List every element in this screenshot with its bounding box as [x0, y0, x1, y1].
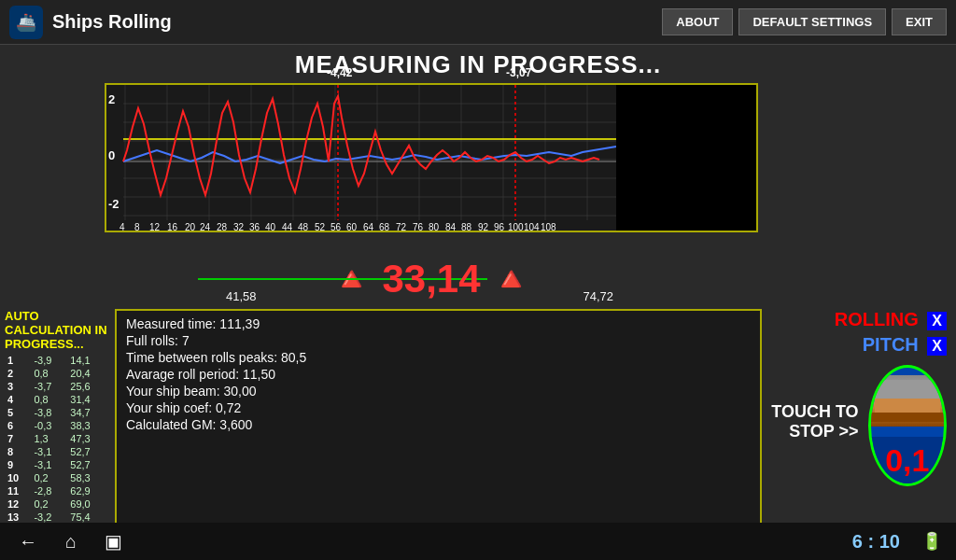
time-display: 6 : 10 — [852, 531, 900, 553]
data-table: 1-3,914,120,820,43-3,725,640,831,45-3,83… — [5, 354, 107, 537]
svg-text:72: 72 — [396, 222, 407, 232]
navbar: ← ⌂ ▣ 6 : 10 🔋 — [0, 523, 956, 560]
svg-text:84: 84 — [445, 222, 457, 232]
full-rolls: Full rolls: 7 — [126, 333, 751, 348]
table-row: 8-3,152,7 — [5, 445, 107, 458]
chart-container: -4,42 -3,07 2 0 -2 — [105, 83, 758, 251]
svg-text:20: 20 — [185, 222, 196, 232]
main-content: MEASURING IN PROGRESS... -4,42 -3,07 2 0… — [0, 45, 956, 560]
svg-text:4: 4 — [120, 222, 125, 232]
svg-text:24: 24 — [200, 222, 211, 232]
svg-text:48: 48 — [298, 222, 309, 232]
table-row: 71,347,3 — [5, 432, 107, 445]
peak-label-right: -3,07 — [506, 66, 531, 79]
app-icon: 🚢 — [9, 6, 43, 39]
svg-text:12: 12 — [149, 222, 161, 232]
center-info-box: Measured time: 111,39 Full rolls: 7 Time… — [115, 309, 762, 537]
svg-text:28: 28 — [217, 222, 228, 232]
svg-text:76: 76 — [413, 222, 424, 232]
rolling-label: ROLLING — [835, 309, 919, 329]
table-row: 9-3,152,7 — [5, 458, 107, 471]
svg-text:32: 32 — [233, 222, 245, 232]
svg-text:88: 88 — [461, 222, 472, 232]
battery-icon: 🔋 — [921, 531, 942, 552]
ship-beam: Your ship beam: 30,00 — [126, 384, 751, 399]
table-row: 3-3,725,6 — [5, 380, 107, 393]
exit-button[interactable]: EXIT — [892, 8, 947, 35]
period-sub-left: 41,58 — [226, 289, 257, 303]
ship-circle[interactable]: 0,1 — [868, 365, 947, 486]
pitch-x-button[interactable]: X — [927, 337, 947, 356]
chart-svg: 4 8 12 16 20 24 28 32 36 40 44 48 52 56 … — [106, 85, 620, 232]
ship-image — [868, 375, 947, 427]
table-row: 100,258,3 — [5, 471, 107, 484]
time-between-rolls: Time between rolls peaks: 80,5 — [126, 350, 751, 365]
ship-value: 0,1 — [885, 442, 929, 479]
svg-text:16: 16 — [167, 222, 178, 232]
svg-text:100: 100 — [508, 222, 524, 232]
app-title: Ships Rolling — [52, 11, 656, 33]
measuring-status: MEASURING IN PROGRESS... — [0, 45, 956, 81]
table-row: 6-0,338,3 — [5, 419, 107, 432]
svg-text:80: 80 — [429, 222, 440, 232]
ship-water: 0,1 — [871, 437, 944, 483]
topbar: 🚢 Ships Rolling ABOUT DEFAULT SETTINGS E… — [0, 0, 956, 45]
rolling-legend: ROLLING X — [835, 309, 947, 330]
table-row: 120,269,0 — [5, 497, 107, 511]
period-display: 🔺 33,14 🔺 41,58 74,72 — [105, 251, 758, 307]
svg-text:56: 56 — [330, 222, 342, 232]
measured-time: Measured time: 111,39 — [126, 316, 751, 331]
rolling-x-button[interactable]: X — [927, 312, 947, 330]
table-row: 20,820,4 — [5, 367, 107, 380]
svg-text:92: 92 — [478, 222, 489, 232]
back-button[interactable]: ← — [19, 531, 37, 553]
svg-text:64: 64 — [363, 222, 374, 232]
home-button[interactable]: ⌂ — [65, 531, 77, 553]
recent-button[interactable]: ▣ — [105, 530, 122, 553]
svg-text:108: 108 — [541, 222, 556, 232]
calculated-gm: Calculated GM: 3,600 — [126, 417, 751, 432]
avg-period: Avarage roll period: 11,50 — [126, 367, 751, 382]
svg-text:36: 36 — [249, 222, 260, 232]
app-icon-symbol: 🚢 — [16, 12, 36, 33]
default-settings-button[interactable]: DEFAULT SETTINGS — [738, 8, 886, 35]
about-button[interactable]: ABOUT — [662, 8, 733, 35]
svg-text:40: 40 — [265, 222, 276, 232]
table-row: 40,831,4 — [5, 393, 107, 406]
period-sub-right: 74,72 — [583, 289, 613, 303]
pitch-label: PITCH — [863, 334, 919, 355]
bottom-section: AUTO CALCULATION IN PROGRESS... 1-3,914,… — [0, 309, 956, 537]
left-table: AUTO CALCULATION IN PROGRESS... 1-3,914,… — [5, 309, 107, 537]
table-row: 5-3,834,7 — [5, 406, 107, 419]
svg-text:68: 68 — [379, 222, 390, 232]
svg-text:104: 104 — [524, 222, 540, 232]
right-panel: ROLLING X PITCH X TOUCH TO STOP >> — [769, 309, 956, 537]
arrow-right-icon: 🔺 — [490, 259, 532, 299]
table-row: 13-3,275,4 — [5, 511, 107, 524]
auto-calc-header: AUTO CALCULATION IN PROGRESS... — [5, 309, 107, 351]
svg-text:44: 44 — [282, 222, 293, 232]
svg-text:8: 8 — [134, 222, 140, 232]
ship-coef: Your ship coef: 0,72 — [126, 400, 751, 415]
period-value: 33,14 — [382, 257, 480, 301]
svg-text:96: 96 — [494, 222, 505, 232]
chart-black-area — [616, 85, 756, 231]
touch-stop-label[interactable]: TOUCH TO STOP >> — [756, 402, 858, 441]
peak-label-left: -4,42 — [327, 66, 352, 79]
svg-text:52: 52 — [315, 222, 326, 232]
pitch-legend: PITCH X — [863, 334, 947, 356]
table-row: 1-3,914,1 — [5, 354, 107, 367]
svg-text:60: 60 — [346, 222, 358, 232]
chart-border: 2 0 -2 — [105, 83, 758, 232]
table-row: 11-2,862,9 — [5, 484, 107, 497]
